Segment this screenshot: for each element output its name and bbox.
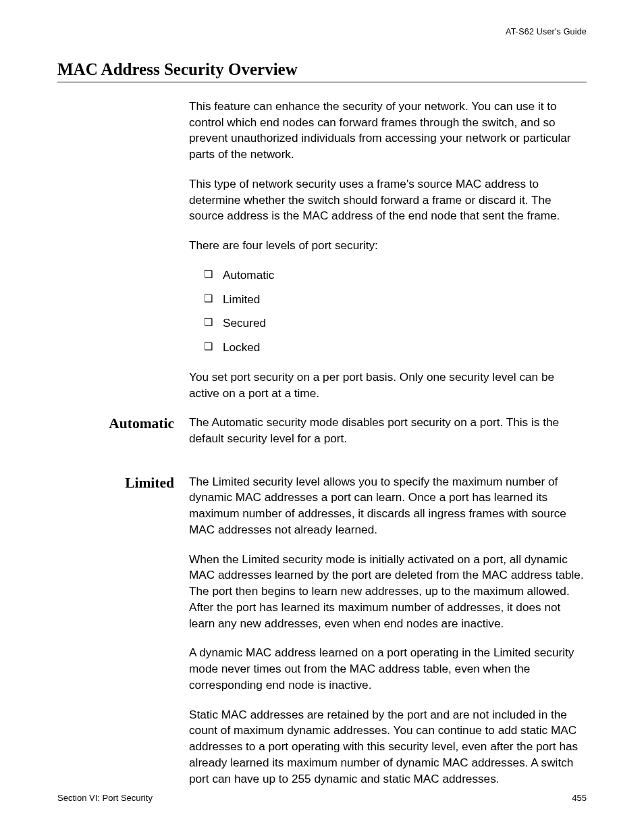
automatic-paragraph-1: The Automatic security mode disables por… [189,415,587,446]
list-item: Automatic [204,267,587,284]
header-guide-title: AT-S62 User's Guide [57,27,587,36]
intro-paragraph-1: This feature can enhance the security of… [189,99,587,163]
page-title: MAC Address Security Overview [57,60,587,82]
section-heading-automatic: Automatic [57,415,189,460]
limited-paragraph-3: A dynamic MAC address learned on a port … [189,645,587,693]
footer-section-label: Section VI: Port Security [57,793,153,803]
limited-paragraph-1: The Limited security level allows you to… [189,474,587,538]
intro-paragraph-4: You set port security on a per port basi… [189,369,587,401]
section-heading-limited: Limited [57,474,189,800]
list-item: Locked [204,340,587,356]
security-levels-list: Automatic Limited Secured Locked [204,267,587,356]
list-item: Secured [204,315,587,332]
intro-paragraph-3: There are four levels of port security: [189,238,587,254]
limited-paragraph-4: Static MAC addresses are retained by the… [189,707,587,787]
intro-paragraph-2: This type of network security uses a fra… [189,176,587,224]
footer-page-number: 455 [572,793,587,803]
limited-paragraph-2: When the Limited security mode is initia… [189,552,587,632]
list-item: Limited [204,292,587,308]
